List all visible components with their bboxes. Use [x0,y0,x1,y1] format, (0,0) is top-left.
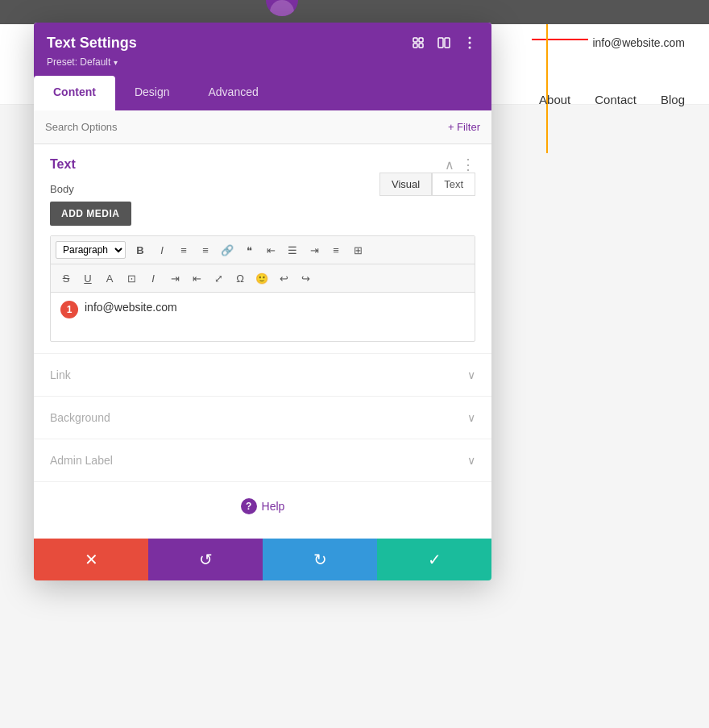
add-media-button[interactable]: ADD MEDIA [50,202,131,226]
justify-button[interactable]: ≡ [325,239,346,260]
emoji-button[interactable]: 🙂 [251,268,272,289]
background-section[interactable]: Background ∨ [34,397,491,439]
cancel-button[interactable]: ✕ [34,539,148,580]
preset-arrow-icon: ▾ [114,58,118,67]
website-email: info@website.com [592,36,685,49]
editor-tab-visual[interactable]: Visual [379,173,432,196]
align-left-button[interactable]: ⇤ [260,239,281,260]
align-center-button[interactable]: ☰ [282,239,303,260]
nav-link-about[interactable]: About [539,93,570,106]
more-options-icon[interactable] [461,34,479,52]
admin-label-section[interactable]: Admin Label ∨ [34,439,491,482]
align-right-button[interactable]: ⇥ [304,239,325,260]
italic2-button[interactable]: I [143,268,164,289]
format-select[interactable]: Paragraph [56,241,126,259]
step-indicator: 1 [60,301,78,318]
svg-rect-5 [445,38,450,48]
help-icon: ? [241,498,257,514]
bold-button[interactable]: B [130,239,151,260]
filter-button[interactable]: + Filter [448,121,480,133]
modal-tabs: Content Design Advanced [34,76,491,110]
modal-footer: ✕ ↺ ↻ ✓ [34,539,491,580]
tab-advanced[interactable]: Advanced [189,76,277,110]
blockquote-button[interactable]: ❝ [238,239,259,260]
search-bar: + Filter [34,110,491,144]
strikethrough-button[interactable]: S [56,268,77,289]
help-label: Help [262,500,285,513]
modal-body: Text ∧ ⋮ Body ADD MEDIA Visual Text Pa [34,144,491,539]
orange-divider [546,24,548,153]
avatar-circle [270,0,294,16]
text-color-button[interactable]: A [99,268,120,289]
nav-link-blog[interactable]: Blog [661,93,685,106]
text-section-controls: ∧ ⋮ [445,156,475,173]
underline-button[interactable]: U [77,268,98,289]
columns-icon[interactable] [435,34,453,52]
text-settings-modal: Text Settings [34,23,491,580]
admin-label-title: Admin Label [50,454,113,467]
paste-text-button[interactable]: ⊡ [121,268,142,289]
editor-content-area[interactable]: 1 info@website.com [51,293,475,341]
svg-rect-2 [413,44,417,48]
unordered-list-button[interactable]: ≡ [173,239,194,260]
text-section-header: Text ∧ ⋮ [50,156,475,173]
svg-rect-1 [419,38,423,42]
svg-rect-3 [419,44,423,48]
tab-content[interactable]: Content [34,76,115,110]
svg-rect-4 [438,38,443,48]
editor-toolbar-row2: S U A ⊡ I ⇥ ⇤ ⤢ Ω 🙂 ↩ ↪ [51,264,475,293]
text-section-menu-icon[interactable]: ⋮ [461,156,475,173]
undo-editor-button[interactable]: ↩ [273,268,294,289]
nav-link-contact[interactable]: Contact [595,93,636,106]
link-button[interactable]: 🔗 [217,239,238,260]
svg-point-8 [469,47,471,49]
modal-title-row: Text Settings [47,34,479,52]
editor-toolbar-row1: Paragraph B I ≡ ≡ 🔗 ❝ ⇤ ☰ ⇥ ≡ ⊞ [51,236,475,264]
link-chevron-icon: ∨ [467,368,475,381]
search-input[interactable] [45,121,448,133]
website-nav-links: About Contact Blog [539,93,685,106]
fullscreen-button[interactable]: ⤢ [208,268,229,289]
admin-label-chevron-icon: ∨ [467,454,475,467]
help-section[interactable]: ? Help [34,482,491,530]
ordered-list-button[interactable]: ≡ [195,239,216,260]
outdent-button[interactable]: ⇤ [186,268,207,289]
background-chevron-icon: ∨ [467,411,475,424]
modal-header: Text Settings [34,23,491,76]
table-button[interactable]: ⊞ [347,239,368,260]
save-button[interactable]: ✓ [377,539,491,580]
italic-button[interactable]: I [151,239,172,260]
link-section[interactable]: Link ∨ [34,354,491,397]
editor-text-content: info@website.com [85,301,177,314]
svg-point-7 [469,42,471,44]
modal-title: Text Settings [47,35,137,52]
redo-button[interactable]: ↻ [263,539,377,580]
indent-button[interactable]: ⇥ [164,268,185,289]
link-section-title: Link [50,368,71,381]
undo-button[interactable]: ↺ [148,539,263,580]
editor-container: Paragraph B I ≡ ≡ 🔗 ❝ ⇤ ☰ ⇥ ≡ ⊞ S [50,235,475,342]
background-section-title: Background [50,411,110,424]
editor-tabs: Visual Text [379,173,475,196]
modal-preset[interactable]: Preset: Default ▾ [47,56,479,68]
redo-editor-button[interactable]: ↪ [295,268,316,289]
website-header-bar [0,0,709,24]
tab-design[interactable]: Design [115,76,189,110]
red-line-decoration [532,39,588,40]
text-section: Text ∧ ⋮ Body ADD MEDIA Visual Text Pa [34,144,491,354]
text-section-collapse-icon[interactable]: ∧ [445,157,454,173]
svg-rect-0 [413,38,417,42]
text-section-title: Text [50,157,76,172]
editor-tab-text[interactable]: Text [432,173,475,196]
resize-icon[interactable] [409,34,427,52]
modal-header-icons [409,34,479,52]
special-char-button[interactable]: Ω [230,268,251,289]
svg-point-6 [469,37,471,40]
